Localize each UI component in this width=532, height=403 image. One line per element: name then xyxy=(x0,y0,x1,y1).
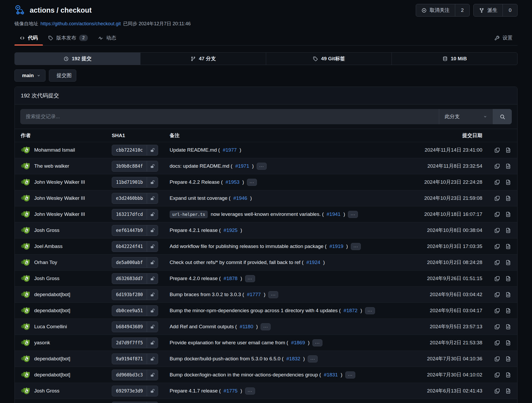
pr-link[interactable]: #1925 xyxy=(224,227,237,233)
browse-source-button[interactable] xyxy=(505,227,511,233)
pr-link[interactable]: #1953 xyxy=(226,179,240,185)
file-code-icon xyxy=(505,227,511,233)
pr-link[interactable]: #1869 xyxy=(291,340,305,346)
unwatch-button[interactable]: 取消关注 2 xyxy=(416,4,470,17)
browse-source-button[interactable] xyxy=(505,195,511,201)
browse-source-button[interactable] xyxy=(505,292,511,298)
copy-sha-button[interactable] xyxy=(494,163,500,169)
copy-sha-button[interactable] xyxy=(494,308,500,314)
branch-scope-dropdown[interactable]: 此分支 xyxy=(439,109,493,124)
expand-commit-message-button[interactable]: ··· xyxy=(261,323,271,330)
commit-search-input[interactable] xyxy=(20,109,439,124)
browse-source-button[interactable] xyxy=(505,276,511,282)
browse-source-button[interactable] xyxy=(505,372,511,378)
copy-sha-button[interactable] xyxy=(494,147,500,153)
commit-date: 2024年10月18日 16:07:17 xyxy=(401,211,482,218)
commit-search-button[interactable] xyxy=(493,109,512,124)
fork-button[interactable]: 派生 0 xyxy=(473,4,518,17)
pr-link[interactable]: #1971 xyxy=(235,163,249,169)
pr-link[interactable]: #1777 xyxy=(247,292,261,297)
copy-sha-button[interactable] xyxy=(494,260,500,266)
commit-graph-button[interactable]: 提交图 xyxy=(49,69,76,82)
sha-badge[interactable]: 11bd71901b xyxy=(112,177,158,188)
stats-segment[interactable]: 49 Git标签 xyxy=(266,53,392,65)
browse-source-button[interactable] xyxy=(505,340,511,346)
expand-commit-message-button[interactable]: ··· xyxy=(365,307,375,314)
sha-badge[interactable]: 2d7d9f7ff5 xyxy=(112,337,158,348)
sha-badge[interactable]: cbb722410c xyxy=(112,145,158,156)
sha-badge[interactable]: 163217dfcd xyxy=(112,209,158,220)
tab-activity[interactable]: 动态 xyxy=(93,31,121,45)
copy-sha-button[interactable] xyxy=(494,243,500,250)
expand-commit-message-button[interactable]: ··· xyxy=(308,355,318,362)
pr-link[interactable]: #1946 xyxy=(233,195,247,201)
browse-source-button[interactable] xyxy=(505,356,511,362)
copy-sha-button[interactable] xyxy=(494,276,500,282)
sha-badge[interactable]: db0cee9a51 xyxy=(112,305,158,316)
sha-badge[interactable]: b684943689 xyxy=(112,321,158,332)
pr-link[interactable]: #1872 xyxy=(344,308,358,314)
copy-sha-button[interactable] xyxy=(494,179,500,185)
fork-count[interactable]: 0 xyxy=(503,4,517,16)
browse-source-button[interactable] xyxy=(505,388,511,394)
pr-link[interactable]: #1832 xyxy=(286,356,300,362)
browse-source-button[interactable] xyxy=(505,147,511,153)
browse-source-button[interactable] xyxy=(505,260,511,266)
expand-commit-message-button[interactable]: ··· xyxy=(245,275,255,282)
copy-sha-button[interactable] xyxy=(494,356,500,362)
copy-sha-button[interactable] xyxy=(494,388,500,394)
tab-settings[interactable]: 设置 xyxy=(489,31,518,45)
sha-badge[interactable]: d632683dd7 xyxy=(112,273,158,284)
browse-source-button[interactable] xyxy=(505,308,511,314)
repo-tabbar: 代码 版本发布 2 动态 设置 xyxy=(14,31,518,46)
sha-badge[interactable]: 692973e3d9 xyxy=(112,386,158,396)
sha-badge[interactable]: de5a000abf xyxy=(112,257,158,268)
expand-commit-message-button[interactable]: ··· xyxy=(257,163,267,170)
tab-releases[interactable]: 版本发布 2 xyxy=(43,31,93,45)
pr-link[interactable]: #1831 xyxy=(324,372,338,378)
browse-source-button[interactable] xyxy=(505,179,511,185)
stats-segment[interactable]: 10 MiB xyxy=(392,53,517,65)
expand-commit-message-button[interactable]: ··· xyxy=(268,291,278,298)
sha-badge[interactable]: eef61447b9 xyxy=(112,225,158,236)
sha-badge[interactable]: dd960bd3c3 xyxy=(112,370,158,380)
browse-source-button[interactable] xyxy=(505,243,511,250)
sha-badge[interactable]: 6d193bf280 xyxy=(112,289,158,300)
sha-badge[interactable]: 9a9194f871 xyxy=(112,354,158,364)
expand-commit-message-button[interactable]: ··· xyxy=(247,179,257,186)
expand-commit-message-button[interactable]: ··· xyxy=(351,243,361,250)
expand-commit-message-button[interactable]: ··· xyxy=(312,339,322,346)
pr-link[interactable]: #1878 xyxy=(224,276,237,281)
copy-sha-button[interactable] xyxy=(494,292,500,298)
pr-link[interactable]: #1977 xyxy=(223,147,237,153)
commit-date: 2024年9月6日 03:04:17 xyxy=(401,307,482,314)
sha-badge[interactable]: e3d2460bbb xyxy=(112,193,158,204)
branch-selector[interactable]: main xyxy=(14,69,45,82)
author-name: Josh Gross xyxy=(34,388,59,394)
copy-sha-button[interactable] xyxy=(494,340,500,346)
sha-badge[interactable]: 6b42224f41 xyxy=(112,241,158,252)
pr-link[interactable]: #1941 xyxy=(327,211,341,217)
copy-sha-button[interactable] xyxy=(494,372,500,378)
pr-link[interactable]: #1775 xyxy=(224,388,237,394)
sha-badge[interactable]: 6ccd57f4c5 xyxy=(112,402,158,403)
expand-commit-message-button[interactable]: ··· xyxy=(348,211,358,218)
browse-source-button[interactable] xyxy=(505,211,511,217)
expand-commit-message-button[interactable]: ··· xyxy=(345,371,355,379)
mirror-url-link[interactable]: https://github.com/actions/checkout.git xyxy=(40,21,121,27)
pr-link[interactable]: #1924 xyxy=(306,260,320,265)
expand-commit-message-button[interactable]: ··· xyxy=(245,387,255,395)
stats-segment[interactable]: 192 提交 xyxy=(15,53,140,65)
browse-source-button[interactable] xyxy=(505,163,511,169)
pr-link[interactable]: #1919 xyxy=(330,243,343,249)
pr-link[interactable]: #1180 xyxy=(240,324,253,330)
sha-badge[interactable]: 3b9b8c884f xyxy=(112,161,158,172)
copy-sha-button[interactable] xyxy=(494,195,500,201)
tab-code[interactable]: 代码 xyxy=(14,31,43,45)
watch-count[interactable]: 2 xyxy=(455,4,470,16)
copy-sha-button[interactable] xyxy=(494,324,500,330)
copy-sha-button[interactable] xyxy=(494,227,500,233)
copy-sha-button[interactable] xyxy=(494,211,500,217)
stats-segment[interactable]: 47 分支 xyxy=(140,53,266,65)
browse-source-button[interactable] xyxy=(505,324,511,330)
